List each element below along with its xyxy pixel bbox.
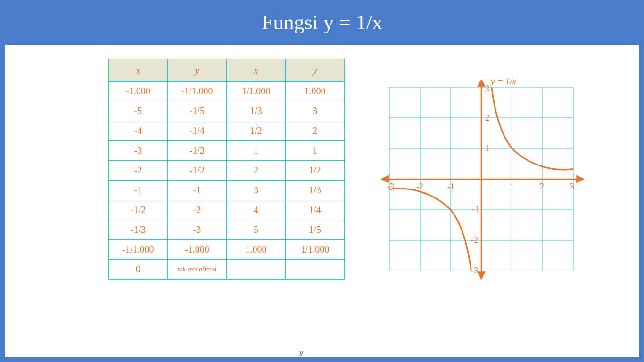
svg-text:1: 1 xyxy=(485,143,489,153)
svg-text:-3: -3 xyxy=(471,266,478,275)
table-row: -1.000 -1/1.000 1/1.000 1.000 xyxy=(109,82,345,101)
table-row: -3 -1/3 1 1 xyxy=(109,141,345,161)
brand-logo-icon: y xyxy=(297,348,306,357)
col-x2: x xyxy=(227,59,286,82)
svg-text:-1: -1 xyxy=(472,205,479,214)
values-table-wrap: x y x y -1.000 -1/1.000 1/1.000 1.000 -5… xyxy=(108,59,345,280)
curve-negative-branch xyxy=(389,189,471,271)
footer-brand: yUKSINAU xyxy=(0,348,644,357)
page-title: Fungsi y = 1/x xyxy=(0,0,644,45)
col-y1: y xyxy=(168,59,227,82)
svg-text:-1: -1 xyxy=(447,182,454,191)
brand-text: UKSINAU xyxy=(307,348,347,357)
chart-equation-label: y = 1/x xyxy=(491,76,516,87)
values-table: x y x y -1.000 -1/1.000 1/1.000 1.000 -5… xyxy=(108,59,345,280)
curve-positive-branch xyxy=(492,87,573,170)
table-row: -4 -1/4 1/2 2 xyxy=(109,121,345,141)
svg-text:2: 2 xyxy=(540,182,544,191)
svg-text:-2: -2 xyxy=(471,235,478,245)
table-row: -5 -1/5 1/3 3 xyxy=(109,101,345,121)
table-row: -1 -1 3 1/3 xyxy=(109,181,345,200)
table-row: 0 tak terdefinisi xyxy=(109,260,345,280)
table-row: -1/1.000 -1.000 1.000 1/1.000 xyxy=(109,240,345,260)
main-content: x y x y -1.000 -1/1.000 1/1.000 1.000 -5… xyxy=(5,45,639,357)
table-row: -1/2 -2 4 1/4 xyxy=(109,200,345,220)
table-row: -1/3 -3 5 1/5 xyxy=(109,220,345,240)
svg-text:3: 3 xyxy=(485,84,489,93)
svg-text:3: 3 xyxy=(570,182,574,191)
chart-area: y = 1/x xyxy=(378,80,585,283)
table-row: -2 -1/2 2 1/2 xyxy=(109,161,345,181)
svg-text:-2: -2 xyxy=(416,182,423,191)
reciprocal-chart: -3 -2 -1 1 2 3 -3 -2 -1 1 2 3 xyxy=(378,80,585,283)
col-x1: x xyxy=(109,59,168,82)
svg-text:1: 1 xyxy=(510,182,514,191)
svg-text:2: 2 xyxy=(485,113,489,123)
col-y2: y xyxy=(286,59,345,82)
svg-text:-3: -3 xyxy=(387,182,394,191)
